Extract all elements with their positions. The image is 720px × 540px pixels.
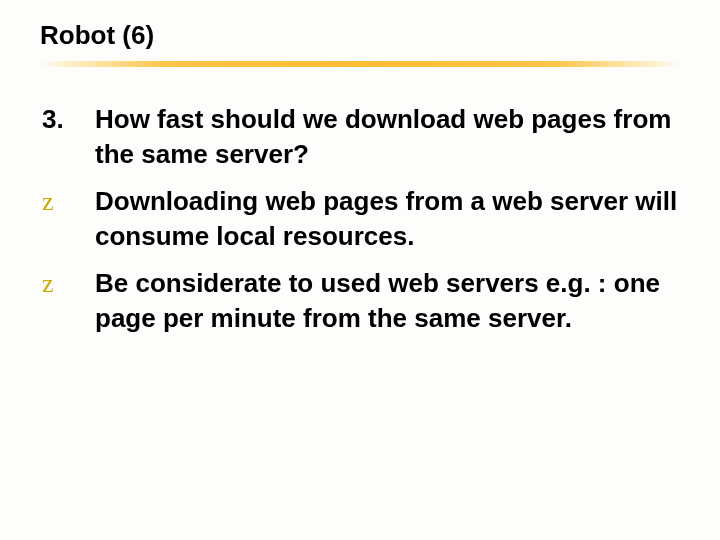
slide-title: Robot (6) — [40, 20, 680, 51]
item-marker: z — [40, 266, 95, 336]
list-item: 3. How fast should we download web pages… — [40, 102, 680, 172]
item-text: How fast should we download web pages fr… — [95, 102, 680, 172]
item-text: Be considerate to used web servers e.g. … — [95, 266, 680, 336]
list-item: z Downloading web pages from a web serve… — [40, 184, 680, 254]
item-marker: z — [40, 184, 95, 254]
list-item: z Be considerate to used web servers e.g… — [40, 266, 680, 336]
title-underline — [40, 61, 680, 67]
slide-content: 3. How fast should we download web pages… — [40, 102, 680, 337]
item-marker: 3. — [40, 102, 95, 172]
item-text: Downloading web pages from a web server … — [95, 184, 680, 254]
